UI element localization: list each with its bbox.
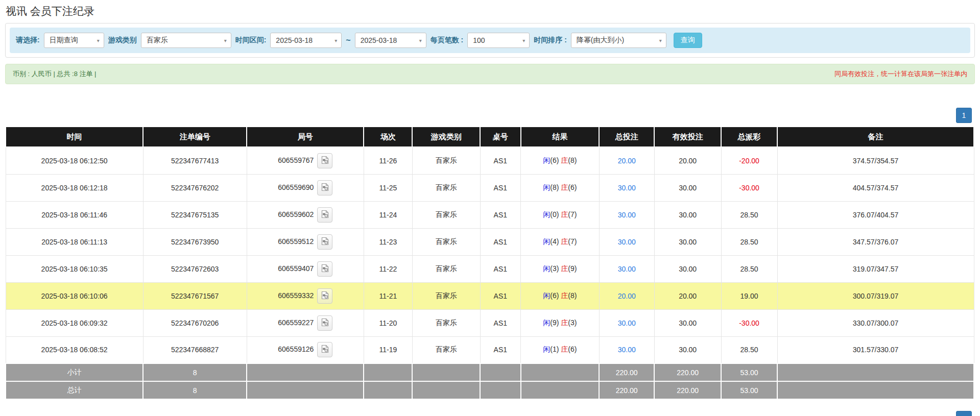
round-id-text: 606559126 — [278, 345, 314, 353]
cell-table-no: AS1 — [480, 201, 521, 228]
filter-bar: 请选择: 日期查询 ▾ 游戏类别 百家乐 ▾ 时间区间: 2025-03-18 … — [10, 28, 970, 53]
cell-session: 11-21 — [364, 282, 412, 309]
query-type-select[interactable]: 日期查询 ▾ — [44, 33, 104, 48]
cell-round-id: 606559767 — [247, 147, 364, 174]
cell-valid-bet: 30.00 — [654, 255, 721, 282]
cell-round-id: 606559126 — [247, 336, 364, 363]
result-banker-score: (6) — [568, 345, 577, 353]
round-id-text: 606559512 — [278, 237, 314, 245]
cell-game-type: 百家乐 — [412, 201, 480, 228]
video-replay-button[interactable] — [317, 180, 332, 195]
result-banker: 庄 — [561, 210, 568, 218]
cell-bet-id: 522347677413 — [143, 147, 247, 174]
result-banker: 庄 — [561, 156, 568, 164]
video-replay-button[interactable] — [317, 315, 332, 331]
chevron-down-icon: ▾ — [522, 38, 525, 43]
cell-game-type: 百家乐 — [412, 255, 480, 282]
bet-records-table: 时间注单编号局号场次游戏类别桌号结果总投注有效投注总派彩备注 2025-03-1… — [5, 126, 974, 400]
game-type-value: 百家乐 — [147, 36, 168, 45]
chevron-down-icon: ▾ — [659, 38, 662, 43]
total-bet-link[interactable]: 20.00 — [618, 157, 636, 165]
cell-payout: 19.00 — [721, 282, 777, 309]
footer-empty-cell — [247, 363, 364, 381]
cell-bet-id: 522347676202 — [143, 174, 247, 201]
video-replay-button[interactable] — [317, 288, 332, 304]
query-type-value: 日期查询 — [50, 36, 78, 45]
cell-session: 11-26 — [364, 147, 412, 174]
page-1-button[interactable]: 1 — [956, 411, 972, 416]
game-type-select[interactable]: 百家乐 ▾ — [141, 33, 231, 48]
video-replay-button[interactable] — [317, 234, 332, 250]
cell-payout: -20.00 — [721, 147, 777, 174]
table-row: 2025-03-18 06:10:06522347671567606559332… — [6, 282, 974, 309]
video-replay-button[interactable] — [317, 153, 332, 168]
cell-remark: 374.57/354.57 — [777, 147, 974, 174]
cell-result: 闲(4) 庄(7) — [521, 228, 600, 255]
total-bet-link[interactable]: 30.00 — [618, 238, 636, 246]
result-banker-score: (7) — [568, 210, 577, 218]
result-player: 闲 — [543, 264, 550, 273]
video-replay-button[interactable] — [317, 261, 332, 277]
footer-empty-cell — [412, 381, 480, 399]
cell-round-id: 606559332 — [247, 282, 364, 309]
cell-result: 闲(3) 庄(9) — [521, 255, 600, 282]
chevron-down-icon: ▾ — [419, 38, 422, 43]
result-player-score: (6) — [550, 291, 561, 300]
table-row: 2025-03-18 06:09:32522347670206606559227… — [6, 309, 974, 336]
footer-empty-cell — [777, 381, 974, 399]
search-button[interactable]: 查询 — [674, 33, 702, 48]
cell-time: 2025-03-18 06:08:52 — [6, 336, 143, 363]
cell-result: 闲(1) 庄(6) — [521, 336, 600, 363]
cell-valid-bet: 30.00 — [654, 309, 721, 336]
footer-empty-cell — [364, 363, 412, 381]
total-bet-link[interactable]: 30.00 — [618, 265, 636, 273]
cell-result: 闲(8) 庄(6) — [521, 174, 600, 201]
table-row: 2025-03-18 06:12:18522347676202606559690… — [6, 174, 974, 201]
result-player-score: (0) — [550, 210, 561, 218]
date-from-select[interactable]: 2025-03-18 ▾ — [270, 33, 342, 48]
result-banker: 庄 — [561, 291, 568, 300]
cell-payout: 28.50 — [721, 228, 777, 255]
cell-session: 11-24 — [364, 201, 412, 228]
footer-valid-bet: 220.00 — [654, 381, 721, 399]
payout-value: 28.50 — [740, 211, 758, 219]
pagination-bottom: 1 — [956, 411, 972, 416]
result-player: 闲 — [543, 291, 550, 300]
cell-valid-bet: 20.00 — [654, 147, 721, 174]
cell-table-no: AS1 — [480, 174, 521, 201]
total-bet-link[interactable]: 30.00 — [618, 184, 636, 192]
cell-game-type: 百家乐 — [412, 228, 480, 255]
page-1-button[interactable]: 1 — [956, 108, 972, 123]
date-to-select[interactable]: 2025-03-18 ▾ — [355, 33, 426, 48]
cell-bet-id: 522347675135 — [143, 201, 247, 228]
cell-remark: 347.57/376.07 — [777, 228, 974, 255]
cell-remark: 376.07/404.57 — [777, 201, 974, 228]
column-header: 桌号 — [480, 127, 521, 147]
cell-round-id: 606559407 — [247, 255, 364, 282]
video-replay-icon — [321, 210, 329, 220]
column-header: 有效投注 — [654, 127, 721, 147]
time-sort-select[interactable]: 降幂(由大到小) ▾ — [571, 33, 666, 48]
video-replay-button[interactable] — [317, 207, 332, 223]
result-player-score: (6) — [550, 156, 561, 164]
result-player-score: (3) — [550, 264, 561, 273]
footer-total-bet: 220.00 — [599, 381, 654, 399]
footer-count: 8 — [143, 363, 247, 381]
footer-label: 总计 — [6, 381, 143, 399]
total-bet-link[interactable]: 30.00 — [618, 319, 636, 327]
table-body: 2025-03-18 06:12:50522347677413606559767… — [6, 147, 974, 363]
per-page-select[interactable]: 100 ▾ — [467, 33, 530, 48]
video-replay-button[interactable] — [317, 342, 332, 357]
table-row: 2025-03-18 06:08:52522347668827606559126… — [6, 336, 974, 363]
payout-value: 28.50 — [740, 265, 758, 273]
cell-time: 2025-03-18 06:11:13 — [6, 228, 143, 255]
cell-time: 2025-03-18 06:12:50 — [6, 147, 143, 174]
select-type-label: 请选择: — [16, 36, 40, 45]
payout-value: -30.00 — [739, 184, 759, 192]
cell-round-id: 606559227 — [247, 309, 364, 336]
total-bet-link[interactable]: 30.00 — [618, 346, 636, 354]
total-bet-link[interactable]: 20.00 — [618, 292, 636, 300]
cell-session: 11-20 — [364, 309, 412, 336]
total-bet-link[interactable]: 30.00 — [618, 211, 636, 219]
payout-value: 19.00 — [740, 292, 758, 300]
